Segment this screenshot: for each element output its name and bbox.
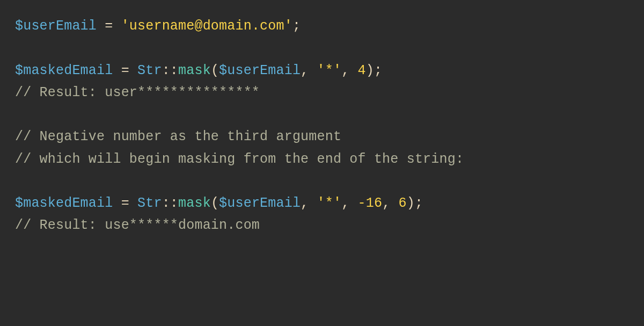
token-string: '*'	[317, 195, 342, 211]
token-string: '*'	[317, 63, 342, 78]
token-variable: $userEmail	[219, 195, 301, 211]
token-punct: ;	[415, 195, 423, 211]
token-number: 6	[399, 195, 407, 211]
token-comment: // which will begin masking from the end…	[15, 151, 464, 167]
token-class: Str	[137, 195, 162, 211]
token-comma: ,	[341, 195, 357, 211]
token-paren: (	[211, 195, 219, 211]
token-variable: $maskedEmail	[15, 63, 113, 78]
token-number: 4	[358, 63, 366, 78]
token-operator: =	[113, 195, 137, 211]
token-class: Str	[137, 63, 162, 78]
token-comma: ,	[301, 63, 317, 78]
token-paren: (	[211, 63, 219, 78]
token-comment: // Negative number as the third argument	[15, 129, 341, 144]
token-paren: )	[407, 195, 415, 211]
token-operator: =	[113, 63, 137, 78]
code-block: $userEmail = 'username@domain.com'; $mas…	[15, 15, 629, 237]
token-function: mask	[178, 63, 211, 78]
token-paren: )	[366, 63, 374, 78]
token-function: mask	[178, 195, 211, 211]
token-operator: =	[97, 18, 121, 34]
token-punct: ;	[374, 63, 382, 78]
token-comma: ,	[341, 63, 357, 78]
token-variable: $maskedEmail	[15, 195, 113, 211]
token-comma: ,	[301, 195, 317, 211]
token-comma: ,	[382, 195, 398, 211]
token-comment: // Result: use******domain.com	[15, 218, 260, 233]
code-line: $maskedEmail = Str::mask($userEmail, '*'…	[15, 195, 423, 211]
code-line: $userEmail = 'username@domain.com';	[15, 18, 301, 34]
token-variable: $userEmail	[219, 63, 301, 78]
token-scope: ::	[162, 63, 178, 78]
token-string: 'username@domain.com'	[121, 18, 292, 34]
token-scope: ::	[162, 195, 178, 211]
token-number: -16	[358, 195, 383, 211]
token-comment: // Result: user***************	[15, 85, 260, 100]
code-line: $maskedEmail = Str::mask($userEmail, '*'…	[15, 63, 382, 78]
token-punct: ;	[292, 18, 301, 34]
token-variable: $userEmail	[15, 18, 97, 34]
